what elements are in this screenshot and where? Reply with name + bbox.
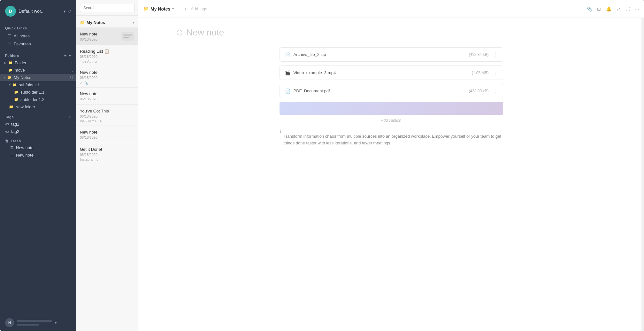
tag-label: tag1 [11, 122, 19, 127]
notes-panel: ⊟ 🔍 + 📁 My Notes ▾ New note 06/18/2020 [76, 0, 138, 331]
folder-item-subfolder12[interactable]: 📁 subfolder 1.2 [0, 96, 76, 103]
chevron-right-icon: ▶ [4, 61, 6, 65]
note-item[interactable]: New note 06/18/2020 [76, 126, 138, 143]
thumb-line [123, 34, 132, 35]
more-options-icon[interactable]: ⋮ [493, 51, 498, 58]
notification-icon[interactable]: 🔔 [606, 6, 611, 12]
sort-icon[interactable]: ≡ [64, 53, 67, 58]
attachment-item: 📄 Archive_file_2.zip (412.34 kB) ⋮ [280, 47, 503, 62]
avatar[interactable]: D [5, 6, 16, 17]
folder-count: 5 [72, 83, 73, 87]
header-icons: ▾ ◁ [64, 9, 71, 14]
trash-note-label: New note [16, 145, 34, 150]
share-icon[interactable]: ⤢ [617, 6, 620, 12]
folder-open-icon: 📂 [7, 75, 12, 80]
document-icon: ☰ [8, 34, 11, 38]
note-title-area: New note [177, 27, 606, 38]
note-preview: Instagram p... [80, 158, 134, 161]
more-options-icon[interactable]: ⋮ [493, 88, 498, 94]
note-main-title[interactable]: New note [186, 27, 224, 38]
favorites-label: Favorites [14, 42, 31, 46]
folder-item-newfolder[interactable]: 📁 New folder [0, 103, 76, 111]
note-title: New note [80, 32, 119, 36]
trash-section: 🗑 Trash ☰ New note ☰ New note [0, 135, 76, 160]
folder-icon: 📁 [143, 6, 149, 11]
more-options-icon[interactable]: ··· [635, 6, 639, 12]
attachment-size: (412.34 kB) [469, 52, 488, 57]
search-input[interactable] [80, 4, 135, 12]
share-icon: ⤢ [80, 81, 82, 85]
note-date: 06/18/2020 [80, 37, 119, 41]
folder-item-mynotes[interactable]: ▾ 📂 My Notes 31 [0, 74, 76, 81]
trash-note-1[interactable]: ☰ New note [5, 144, 71, 151]
more-options-icon[interactable]: ⋮ [493, 70, 498, 76]
topbar: 📁 My Notes ▾ 🏷 Add tags 📎 ⊞ 🔔 ⤢ ⛶ ··· [138, 0, 644, 18]
folder-icon: 📁 [14, 90, 19, 94]
caption-placeholder[interactable]: Add caption [381, 118, 401, 123]
note-date: 06/18/2020 [80, 153, 134, 157]
attachment-item: 📄 PDF_Document.pdf (433.99 kB) ⋮ [280, 84, 503, 98]
attachment-icon: 📎 [84, 81, 88, 85]
note-item[interactable]: New note 06/18/2020 [76, 28, 138, 45]
topbar-left: 📁 My Notes ▾ [143, 6, 174, 12]
chevron-down-icon[interactable]: ▾ [133, 21, 134, 24]
trash-note-2[interactable]: ☰ New note [5, 151, 71, 159]
folder-item-subfolder1[interactable]: ▾ 📁 subfolder 1 5 [0, 81, 76, 89]
pdf-preview [280, 102, 503, 115]
sidebar-item-favorites[interactable]: ♡ Favorites [5, 40, 71, 48]
chevron-down-icon: ▾ [4, 76, 5, 79]
folders-header: Folders ≡ + [0, 49, 76, 59]
folder-icon: 📁 [14, 97, 19, 102]
sidebar-item-tag2[interactable]: 🏷 tag2 [0, 128, 76, 135]
attachment-icon[interactable]: 📎 [586, 6, 592, 12]
note-date: 06/18/2020 [80, 76, 134, 80]
folder-icon: 📁 [12, 83, 17, 87]
caption-area: Add caption [280, 117, 503, 123]
folder-item-folder[interactable]: ▶ 📁 Folder 9 [0, 59, 76, 66]
note-title: New note [80, 91, 134, 96]
folder-icon: 📁 [9, 105, 13, 109]
note-item[interactable]: Get it Done! 06/18/2020 Instagram p... [76, 143, 138, 164]
note-date: 06/18/2020 [80, 135, 134, 139]
chevron-down-icon[interactable]: ▾ [172, 7, 174, 11]
grid-view-icon[interactable]: ⊞ [597, 6, 601, 12]
document-icon: ☰ [10, 153, 13, 157]
note-status-circle[interactable] [177, 30, 182, 35]
tags-title: Tags [5, 115, 68, 119]
folder-icon: 📁 [8, 61, 13, 65]
thumb-line [123, 35, 132, 36]
note-item[interactable]: Reading List 📋 06/18/2020 Title Author .… [76, 45, 138, 66]
sidebar-item-tag1[interactable]: 🏷 tag1 [0, 120, 76, 128]
sidebar: D Default wor... ▾ ◁ Quick Links ☰ All n… [0, 0, 76, 331]
trash-title[interactable]: 🗑 Trash [5, 139, 71, 143]
document-icon: ☰ [10, 146, 13, 150]
expand-icon[interactable]: ⛶ [625, 6, 630, 12]
chevron-down-icon[interactable]: ▾ [55, 321, 57, 325]
note-item[interactable]: You've Got This 06/18/2020 WEEKLY PLA... [76, 105, 138, 126]
folders-title: Folders [5, 54, 64, 58]
note-item[interactable]: New note 06/18/2020 ⤢ 📎 1 [76, 66, 138, 88]
add-tags-label[interactable]: Add tags [191, 6, 207, 11]
note-item[interactable]: New note 06/18/2020 [76, 88, 138, 105]
add-folder-icon[interactable]: + [68, 53, 71, 58]
sidebar-toggle-icon[interactable]: ◁ [68, 9, 71, 14]
note-title: Reading List 📋 [80, 49, 134, 54]
folder-item-subfolder11[interactable]: 📁 subfolder 1.1 [0, 89, 76, 96]
sidebar-header: D Default wor... ▾ ◁ [0, 0, 76, 22]
zip-file-icon: 📄 [285, 52, 290, 57]
attachment-name: Archive_file_2.zip [294, 52, 469, 57]
heart-icon: ♡ [8, 42, 11, 46]
chevron-down-icon[interactable]: ▾ [64, 9, 66, 14]
folder-item-move[interactable]: 📁 move 3 [0, 66, 76, 74]
note-title: You've Got This [80, 109, 134, 113]
folder-count: 9 [72, 61, 73, 65]
add-tag-icon[interactable]: + [68, 114, 71, 119]
thumb-lines [123, 34, 132, 39]
tag-icon: 🏷 [5, 130, 9, 134]
folder-name: Folder [15, 60, 70, 65]
quick-links-title: Quick Links [5, 26, 71, 30]
folder-icon: 📁 [8, 68, 13, 72]
scrollbar[interactable] [641, 18, 644, 331]
sidebar-item-all-notes[interactable]: ☰ All notes [5, 32, 71, 40]
note-preview: Title Author ... [80, 59, 134, 63]
